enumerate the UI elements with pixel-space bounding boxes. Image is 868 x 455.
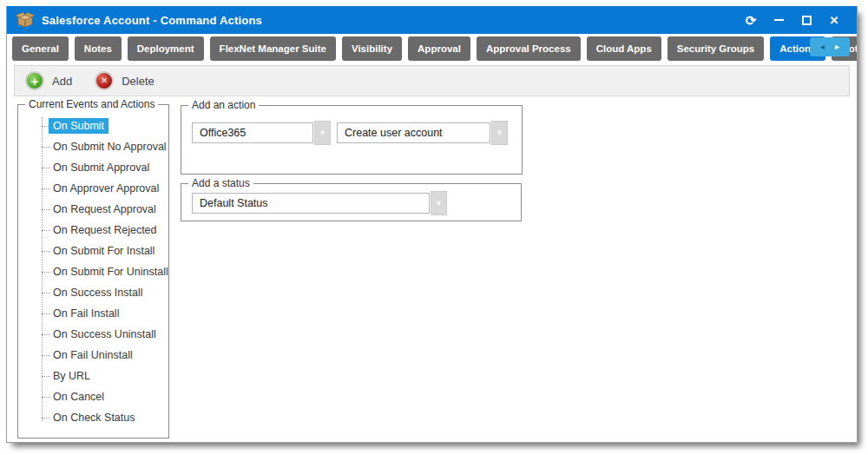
add-action-groupbox-title: Add an action	[188, 99, 259, 112]
tree-item[interactable]: On Submit No Approval	[18, 136, 168, 157]
delete-button[interactable]: ✕ Delete	[95, 71, 155, 90]
tab[interactable]: Approval Process	[477, 36, 581, 61]
tree-item[interactable]: On Request Rejected	[18, 220, 168, 241]
tree-item[interactable]: On Fail Install	[18, 303, 168, 324]
tab[interactable]: Cloud Apps	[587, 36, 661, 61]
connector-select[interactable]: Office365 ▼	[192, 121, 331, 145]
refresh-icon[interactable]: ⟳	[737, 9, 765, 31]
tree-item[interactable]: On Check Status	[18, 407, 168, 428]
chevron-down-icon[interactable]: ▼	[431, 191, 447, 215]
tree-item[interactable]: On Submit For Uninstall	[18, 261, 168, 282]
delete-icon: ✕	[95, 71, 114, 90]
chevron-down-icon[interactable]: ▼	[491, 121, 508, 145]
status-select-value: Default Status	[192, 193, 430, 214]
scroll-left-icon[interactable]: ◂	[820, 43, 825, 51]
maximize-icon	[802, 16, 812, 25]
action-select[interactable]: Create user account ▼	[337, 121, 508, 145]
tab[interactable]: Deployment	[128, 36, 204, 61]
tab-scroller[interactable]: ◂ ▸	[810, 37, 850, 56]
tree-item[interactable]: On Approver Approval	[18, 178, 168, 199]
package-icon	[16, 11, 35, 29]
minimize-icon	[774, 19, 784, 21]
tab[interactable]: Notes	[75, 36, 122, 61]
titlebar[interactable]: Salesforce Account - Command Actions ⟳ ✕	[7, 6, 857, 34]
add-button-label: Add	[52, 75, 72, 88]
tree-item[interactable]: On Cancel	[18, 386, 168, 407]
add-action-groupbox: Add an action Office365 ▼ Create user ac…	[181, 105, 523, 175]
scroll-right-icon[interactable]: ▸	[835, 43, 839, 51]
connector-select-value: Office365	[192, 122, 313, 143]
tab[interactable]: FlexNet Manager Suite	[210, 36, 336, 61]
dialog-window: Salesforce Account - Command Actions ⟳ ✕…	[6, 6, 858, 443]
add-status-groupbox-title: Add a status	[188, 177, 253, 190]
tab[interactable]: Security Groups	[667, 36, 764, 61]
events-groupbox-title: Current Events and Actions	[25, 98, 158, 111]
delete-button-label: Delete	[122, 75, 155, 88]
close-button[interactable]: ✕	[820, 9, 848, 31]
tab[interactable]: Visibility	[342, 36, 402, 61]
tree-item[interactable]: On Success Install	[18, 282, 168, 303]
toolbar: + Add ✕ Delete	[14, 65, 850, 96]
window-controls: ⟳ ✕	[737, 9, 848, 31]
tab-strip: General Notes Deployment FlexNet Manager…	[7, 36, 857, 61]
maximize-button[interactable]	[792, 9, 820, 31]
add-button[interactable]: + Add	[25, 71, 72, 90]
events-tree: On Submit On Submit No Approval On Submi…	[18, 115, 168, 428]
add-icon: +	[25, 71, 44, 90]
tree-item[interactable]: On Request Approval	[18, 199, 168, 220]
tree-item[interactable]: On Success Uninstall	[18, 324, 168, 345]
content-area: Current Events and Actions On Submit On …	[7, 96, 857, 442]
minimize-button[interactable]	[765, 9, 792, 31]
tab[interactable]: General	[12, 36, 69, 61]
status-select[interactable]: Default Status ▼	[192, 191, 447, 215]
events-groupbox: Current Events and Actions On Submit On …	[17, 104, 169, 439]
tab[interactable]: Approval	[408, 36, 470, 61]
chevron-down-icon[interactable]: ▼	[314, 121, 331, 145]
close-icon: ✕	[830, 14, 839, 27]
add-status-groupbox: Add a status Default Status ▼	[181, 183, 522, 221]
tree-item[interactable]: On Submit Approval	[18, 157, 168, 178]
action-select-value: Create user account	[337, 122, 490, 143]
tree-item[interactable]: On Submit For Install	[18, 241, 168, 261]
tree-item[interactable]: By URL	[18, 366, 168, 386]
window-title: Salesforce Account - Command Actions	[42, 14, 262, 27]
tree-item[interactable]: On Fail Uninstall	[18, 345, 168, 366]
tree-item[interactable]: On Submit	[18, 115, 168, 136]
